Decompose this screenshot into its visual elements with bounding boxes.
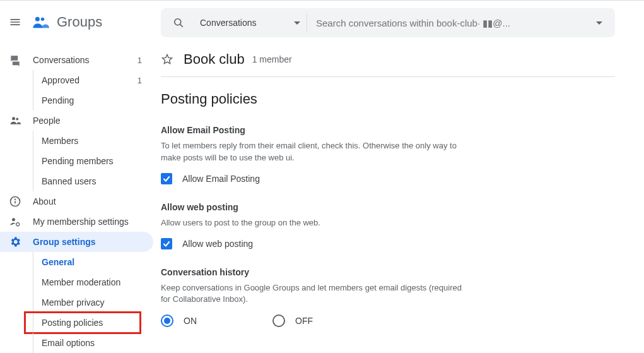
sidebar: Groups Conversations 1 Approved1 Pending <box>0 1 161 353</box>
chat-icon <box>8 52 23 68</box>
history-on-radio[interactable] <box>161 314 173 327</box>
nav-label: Conversations <box>33 55 138 65</box>
svg-point-9 <box>175 19 181 25</box>
section-email-posting: Allow Email Posting To let members reply… <box>161 125 464 184</box>
nav-label: Member moderation <box>33 272 142 292</box>
brand-name: Groups <box>57 14 102 30</box>
sidebar-item-about[interactable]: About <box>0 191 153 212</box>
sidebar-item-member-moderation[interactable]: Member moderation <box>0 272 153 292</box>
search-options-dropdown[interactable] <box>588 21 610 25</box>
sidebar-item-members[interactable]: Members <box>0 131 153 151</box>
section-conversation-history: Conversation history Keep conversations … <box>161 267 464 328</box>
checkbox-row: Allow web posting <box>161 238 464 249</box>
sidebar-item-my-membership[interactable]: My membership settings <box>0 212 153 232</box>
group-header: Book club 1 member <box>161 51 615 77</box>
nav-label: Members <box>33 131 142 151</box>
svg-point-7 <box>12 218 15 221</box>
section-title: Allow Email Posting <box>161 125 464 135</box>
search-scope-label: Conversations <box>200 18 257 28</box>
radio-label: OFF <box>295 316 313 326</box>
radio-label: ON <box>184 316 197 326</box>
sidebar-item-pending[interactable]: Pending <box>0 90 153 111</box>
search-scope-dropdown[interactable]: Conversations <box>194 14 307 32</box>
svg-point-6 <box>15 199 16 200</box>
svg-point-8 <box>16 223 20 226</box>
radio-row-off: OFF <box>272 314 313 327</box>
search-bar: Conversations <box>161 8 615 37</box>
section-title: Allow web posting <box>161 202 464 212</box>
checkbox-row: Allow Email Posting <box>161 173 464 184</box>
section-web-posting: Allow web posting Allow users to post to… <box>161 202 464 249</box>
checkbox-label: Allow Email Posting <box>182 174 260 184</box>
nav-label: General <box>33 252 142 272</box>
svg-point-1 <box>41 18 44 21</box>
nav-label: My membership settings <box>33 217 142 227</box>
svg-line-10 <box>180 25 183 27</box>
section-desc: To let members reply from their email cl… <box>161 140 464 164</box>
brand-row: Groups <box>0 7 161 37</box>
member-count[interactable]: 1 member <box>252 54 292 64</box>
nav-label: Banned users <box>33 171 142 191</box>
person-gear-icon <box>8 214 23 229</box>
nav-label: About <box>33 196 142 206</box>
sidebar-item-pending-members[interactable]: Pending members <box>0 151 153 171</box>
nav-count: 1 <box>138 56 142 65</box>
nav-label: Posting policies <box>33 313 142 333</box>
gear-icon <box>8 234 23 249</box>
sidebar-item-general[interactable]: General <box>0 252 153 272</box>
svg-point-0 <box>35 17 40 21</box>
people-icon <box>8 113 23 128</box>
search-input[interactable] <box>310 18 586 28</box>
sidebar-item-conversations[interactable]: Conversations 1 <box>0 50 153 70</box>
star-icon[interactable] <box>161 53 176 66</box>
checkbox-label: Allow web posting <box>182 239 253 249</box>
nav-label: Group settings <box>33 237 142 247</box>
content-scroll[interactable]: Posting policies Allow Email Posting To … <box>156 77 631 353</box>
sidebar-item-banned-users[interactable]: Banned users <box>0 171 153 191</box>
chevron-down-icon <box>596 21 602 25</box>
allow-web-posting-checkbox[interactable] <box>161 238 172 249</box>
svg-point-2 <box>12 117 15 120</box>
main: Conversations Book club 1 member Posting… <box>161 1 644 353</box>
nav: Conversations 1 Approved1 Pending People… <box>0 50 161 353</box>
sidebar-item-approved[interactable]: Approved1 <box>0 70 153 90</box>
page-title: Posting policies <box>161 91 631 107</box>
sidebar-item-people[interactable]: People <box>0 111 153 131</box>
chevron-down-icon <box>294 21 300 25</box>
sidebar-item-member-privacy[interactable]: Member privacy <box>0 292 153 313</box>
section-title: Conversation history <box>161 267 464 277</box>
nav-label: Email options <box>33 333 142 353</box>
radio-row-on: ON <box>161 314 197 327</box>
info-icon <box>8 194 23 209</box>
menu-icon[interactable] <box>8 15 23 30</box>
groups-logo-icon <box>32 13 49 31</box>
sidebar-item-posting-policies[interactable]: Posting policies <box>0 313 153 333</box>
sidebar-item-group-settings[interactable]: Group settings <box>0 232 153 252</box>
nav-label: People <box>33 116 142 126</box>
nav-label: Pending <box>33 90 142 111</box>
group-name: Book club <box>184 51 245 68</box>
nav-label: Member privacy <box>33 292 142 313</box>
history-off-radio[interactable] <box>272 314 285 327</box>
allow-email-posting-checkbox[interactable] <box>161 173 172 184</box>
nav-label: Pending members <box>33 151 142 171</box>
nav-label: Approved1 <box>33 70 142 90</box>
sidebar-item-email-options[interactable]: Email options <box>0 333 153 353</box>
search-icon[interactable] <box>166 10 191 35</box>
section-desc: Keep conversations in Google Groups and … <box>161 282 464 306</box>
radio-group: ON OFF <box>161 314 464 327</box>
section-desc: Allow users to post to the group on the … <box>161 217 464 229</box>
svg-point-3 <box>16 118 18 121</box>
